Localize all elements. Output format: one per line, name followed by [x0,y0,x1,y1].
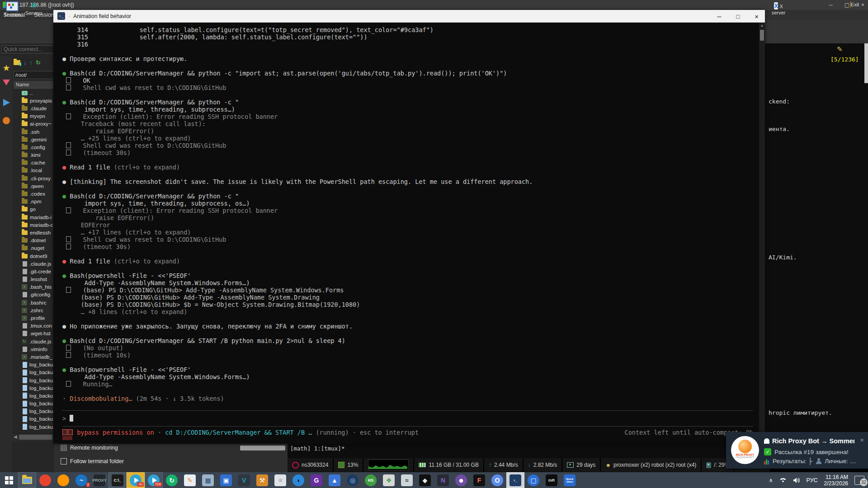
taskbar-v-tool-icon[interactable]: V [235,472,253,488]
taskbar-heidisql-icon[interactable]: HS [362,472,380,488]
taskbar-neovim-icon[interactable]: N [434,472,452,488]
taskbar-figma-icon[interactable]: F [470,472,488,488]
file-row[interactable]: log_backu [14,392,54,399]
terminal-close-button[interactable]: × [755,13,759,20]
file-row[interactable]: log_backu [14,423,54,431]
file-row[interactable]: .claude [14,104,54,112]
file-row[interactable]: ai-proxy~ [14,120,54,128]
taskbar-thunderbird-icon[interactable]: ~2 [72,472,90,488]
quick-connect-input[interactable] [1,45,54,53]
file-row[interactable]: mariadb-i [14,213,54,221]
taskbar-notepad-2-icon[interactable]: ≡ [271,472,289,488]
file-row[interactable]: .claude.js [14,260,54,267]
taskbar-proxy-app-icon[interactable]: PROXY [90,472,108,488]
file-row[interactable]: .cache [14,159,54,167]
path-field[interactable]: /root/ [14,71,54,79]
taskbar-powershell-icon[interactable]: ›_ [506,472,524,488]
file-row[interactable]: log_backu [14,415,54,423]
file-row[interactable]: go [14,206,54,213]
scrollbar-thumb[interactable] [240,446,285,450]
file-row[interactable]: .kimi [14,151,54,159]
folder-sync-icon[interactable]: t [14,60,20,65]
paper-plane-icon[interactable] [1,99,11,108]
x-server-button[interactable]: X X server [768,2,789,15]
taskbar-blue-window-app-icon[interactable]: ▣ [217,472,235,488]
file-row[interactable]: mariadb-c [14,221,54,229]
file-row[interactable]: .wget-hst [14,330,54,338]
taskbar-cube-app-icon[interactable]: ◆ [416,472,434,488]
vscroll-thumb[interactable] [760,30,764,41]
file-row[interactable]: ›.mariadb_ [14,353,54,361]
taskbar-octopus-app-icon[interactable]: ◎ [344,472,362,488]
taskbar-monitor-wave-app-icon[interactable]: ≈ [398,472,416,488]
taskbar-notepad-editor-icon[interactable]: ✎ [181,472,199,488]
taskbar-sync-app-icon[interactable]: ↻ [163,472,181,488]
file-row[interactable]: .gitconfig [14,291,54,299]
taskbar-firefox-icon[interactable] [54,472,72,488]
hscroll-thumb[interactable] [19,435,52,440]
follow-terminal-folder-checkbox[interactable]: Follow terminal folder [61,458,124,465]
download-icon[interactable]: ↓ [24,59,27,66]
file-row[interactable]: endlessh [14,229,54,236]
taskbar-github-desktop-icon[interactable]: ☻ [452,472,470,488]
terminal-maximize-button[interactable]: □ [736,13,740,20]
file-row[interactable]: log_backu [14,384,54,392]
taskbar-opera-icon[interactable]: O [488,472,506,488]
taskbar-start-icon[interactable] [0,472,18,488]
file-row[interactable]: .cli-proxy [14,174,54,182]
file-row[interactable]: myvpn [14,113,54,120]
file-row[interactable]: ›.bash_his [14,283,54,291]
file-row[interactable]: ›.zshrc [14,306,54,314]
file-row[interactable]: .npm [14,198,54,206]
file-row[interactable]: .dotnet [14,237,54,244]
taskbar-telegram-2-icon[interactable]: 716 [145,472,163,488]
file-list-name-header[interactable]: Name [14,81,53,89]
session-button[interactable]: Session [2,1,23,18]
file-row[interactable]: .codex [14,190,54,197]
taskbar-mremoteng-icon[interactable]: mR [542,472,561,488]
taskbar-blue-bird-app-icon[interactable]: ◖ [289,472,307,488]
notification-toast[interactable]: RICH PROXY TELEGRAM-BOT Rich Proxy Bot →… [726,432,868,469]
terminal-minimize-button[interactable]: ─ [717,13,721,20]
file-row[interactable]: log_backu [14,400,54,408]
pink-arrow-icon[interactable] [1,79,11,87]
taskbar-photos-icon[interactable]: ▲ [326,472,344,488]
language-indicator[interactable]: РУС [807,477,818,483]
file-row[interactable]: log_backu [14,369,54,376]
taskbar-anydesk-icon[interactable]: ▢ [524,472,542,488]
file-row[interactable]: .qwen [14,182,54,190]
file-row[interactable]: ↻.claude.js [14,338,54,345]
notification-close-icon[interactable]: × [860,436,864,444]
taskbar-brave-browser-icon[interactable] [36,472,54,488]
pencil-icon[interactable]: ✎ [837,45,843,53]
taskbar-goland-icon[interactable]: G [307,472,326,488]
file-row[interactable]: log_backu [14,361,54,369]
file-row[interactable]: ›.bashrc [14,299,54,306]
volume-icon[interactable] [793,477,800,483]
refresh-icon[interactable]: ↻ [36,59,41,66]
remote-monitoring-checkbox[interactable]: Remote monitoring [61,445,118,451]
orange-circle-icon[interactable] [1,117,11,126]
file-row[interactable]: .nuget [14,244,54,252]
taskbar-telegram-1-icon[interactable]: .31 [127,472,145,488]
upload-icon[interactable]: ↑ [30,59,33,66]
file-row[interactable]: .ssh [14,128,54,136]
taskbar-quickutmo-icon[interactable]: Quick utmo [561,472,579,488]
scroll-left-arrow-icon[interactable]: ◀ [14,434,17,439]
file-row[interactable]: .lesshst [14,276,54,283]
scroll-up-arrow-icon[interactable]: ▲ [759,23,765,28]
file-row[interactable]: .tmux.con [14,322,54,330]
file-row[interactable]: dotnet9 [14,252,54,260]
tray-chevron-icon[interactable]: ∧ [769,477,773,483]
file-row[interactable]: log_backu [14,376,54,384]
taskbar-puzzle-app-icon[interactable]: ❖ [380,472,398,488]
file-panel-hscrollbar[interactable]: ◀ [13,433,54,441]
file-row[interactable]: .git-crede [14,267,54,275]
right-edge-scrollbar[interactable] [864,43,868,83]
exit-button[interactable]: Exit [846,2,863,7]
file-row[interactable]: .config [14,143,54,151]
taskbar-calculator-icon[interactable]: ▦ [199,472,217,488]
favorites-star-icon[interactable]: ★ [1,63,11,73]
file-row[interactable]: .viminfo [14,345,54,353]
file-row[interactable]: .gemini [14,136,54,143]
